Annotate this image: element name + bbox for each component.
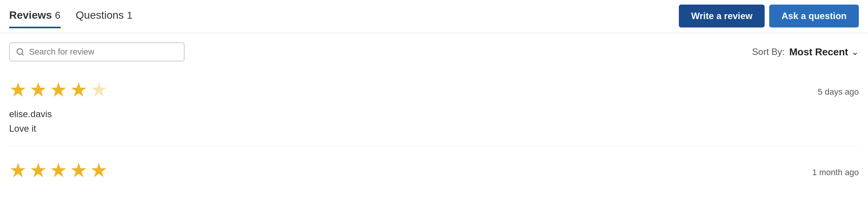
search-input-wrapper[interactable] <box>9 42 185 61</box>
review-item: ★ ★ ★ ★ ★ 5 days ago elise.davis Love it <box>9 72 859 140</box>
review-header-row: ★ ★ ★ ★ ★ 5 days ago <box>9 78 859 106</box>
svg-line-1 <box>22 53 23 55</box>
search-sort-row: Sort By: Most Recent ⌄ <box>9 42 859 61</box>
write-review-button[interactable]: Write a review <box>679 5 765 27</box>
sort-select[interactable]: Most Recent ⌄ <box>789 46 859 58</box>
reviewer-name: elise.davis <box>9 109 859 119</box>
review-timestamp-2: 1 month ago <box>812 168 859 177</box>
tab-reviews[interactable]: Reviews 6 <box>9 9 61 28</box>
divider <box>9 146 859 147</box>
sort-label: Sort By: <box>752 47 784 57</box>
review-header-row-2: ★ ★ ★ ★ ★ 1 month ago <box>9 159 859 186</box>
star-3: ★ <box>50 78 68 101</box>
chevron-down-icon: ⌄ <box>851 47 859 57</box>
search-icon <box>16 48 24 56</box>
star-r2-1: ★ <box>9 159 27 182</box>
star-r2-5: ★ <box>90 159 108 182</box>
stars-row: ★ ★ ★ ★ ★ <box>9 78 108 101</box>
star-r2-3: ★ <box>50 159 68 182</box>
star-2: ★ <box>29 78 47 101</box>
search-input[interactable] <box>29 47 178 57</box>
tab-reviews-label: Reviews <box>9 9 52 21</box>
tab-reviews-count: 6 <box>55 10 60 21</box>
review-main: elise.davis Love it <box>9 109 859 134</box>
header: Reviews 6 Questions 1 Write a review Ask… <box>0 0 868 33</box>
content-area: Sort By: Most Recent ⌄ ★ ★ ★ ★ ★ 5 days … <box>0 33 868 205</box>
review-timestamp: 5 days ago <box>818 87 859 97</box>
star-1: ★ <box>9 78 27 101</box>
star-5-empty: ★ <box>90 78 108 101</box>
review-item-2: ★ ★ ★ ★ ★ 1 month ago <box>9 153 859 195</box>
tabs-container: Reviews 6 Questions 1 <box>9 9 132 28</box>
sort-row: Sort By: Most Recent ⌄ <box>752 46 859 58</box>
header-buttons: Write a review Ask a question <box>679 5 859 33</box>
stars-row-2: ★ ★ ★ ★ ★ <box>9 159 108 182</box>
tab-questions[interactable]: Questions 1 <box>76 9 133 28</box>
sort-value: Most Recent <box>789 46 848 58</box>
star-4: ★ <box>70 78 88 101</box>
star-r2-4: ★ <box>70 159 88 182</box>
ask-question-button[interactable]: Ask a question <box>769 5 859 27</box>
tab-questions-label: Questions <box>76 9 124 21</box>
star-r2-2: ★ <box>29 159 47 182</box>
tab-questions-count: 1 <box>127 10 132 21</box>
review-text: Love it <box>9 123 859 134</box>
page-container: Reviews 6 Questions 1 Write a review Ask… <box>0 0 868 205</box>
